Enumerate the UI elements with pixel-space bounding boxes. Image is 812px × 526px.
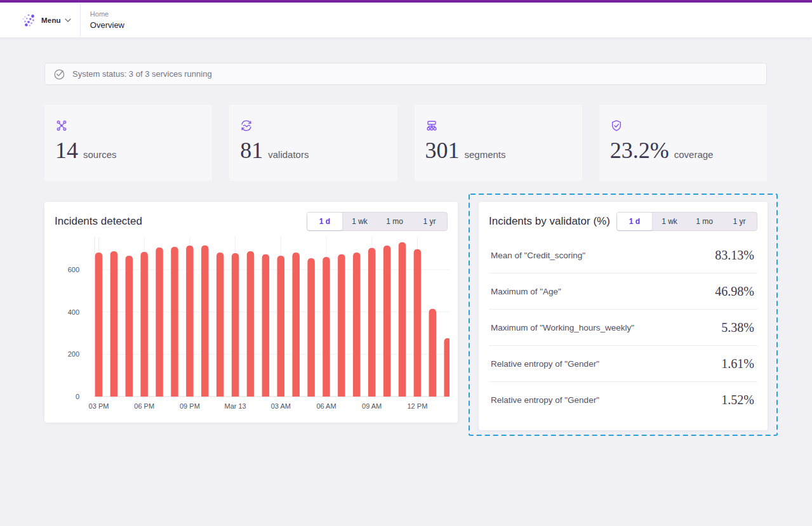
validator-row-label: Maximum of "Age" — [491, 287, 561, 296]
tab-1wk[interactable]: 1 wk — [652, 213, 687, 230]
tab-1d[interactable]: 1 d — [307, 213, 342, 230]
tab-1yr[interactable]: 1 yr — [412, 213, 447, 230]
validator-timerange-tabs: 1 d1 wk1 mo1 yr — [616, 212, 757, 231]
tab-1yr[interactable]: 1 yr — [722, 213, 757, 230]
menu-button[interactable]: Menu — [0, 3, 80, 37]
stat-card-sources: 14sources — [44, 105, 212, 181]
validator-row-label: Relative entropy of "Gender" — [491, 359, 599, 369]
svg-text:06 PM: 06 PM — [134, 402, 154, 410]
logo-icon — [22, 13, 36, 28]
stat-label: coverage — [674, 149, 714, 160]
breadcrumb: Home Overview — [81, 3, 124, 37]
validator-row: Relative entropy of "Gender"1.52% — [489, 382, 757, 418]
validator-row-value: 46.98% — [715, 284, 754, 299]
hub-icon — [55, 119, 68, 132]
panels-row: Incidents detected 1 d1 wk1 mo1 yr 02004… — [44, 202, 812, 436]
stat-card-coverage: 23.2%coverage — [599, 105, 767, 181]
stat-value: 23.2% — [610, 139, 669, 162]
stat-card-segments: 301segments — [415, 105, 582, 181]
app-header: Menu Home Overview — [0, 3, 812, 38]
system-status-text: System status: 3 of 3 services running — [72, 69, 212, 79]
tab-1mo[interactable]: 1 mo — [377, 213, 412, 230]
incidents-panel: Incidents detected 1 d1 wk1 mo1 yr 02004… — [44, 202, 458, 423]
validator-row: Relative entropy of "Gender"1.61% — [489, 346, 757, 382]
validator-row-value: 1.61% — [721, 357, 754, 371]
validator-row-value: 5.38% — [721, 320, 754, 335]
stat-label: sources — [83, 149, 117, 160]
breadcrumb-current: Overview — [90, 20, 124, 30]
menu-label: Menu — [41, 16, 61, 24]
svg-text:600: 600 — [68, 266, 79, 273]
tab-1d[interactable]: 1 d — [617, 213, 652, 230]
validator-panel-highlight: Incidents by validator (%) 1 d1 wk1 mo1 … — [469, 194, 778, 436]
stats-row: 14sources 81validators 301segments — [44, 105, 767, 181]
svg-text:200: 200 — [68, 350, 79, 358]
tab-1mo[interactable]: 1 mo — [687, 213, 722, 230]
validator-row-label: Relative entropy of "Gender" — [491, 395, 599, 405]
shield-check-icon — [610, 119, 623, 132]
tab-1wk[interactable]: 1 wk — [342, 213, 377, 230]
svg-text:06 AM: 06 AM — [316, 402, 336, 410]
validator-row-value: 1.52% — [721, 393, 754, 407]
system-status-banner: System status: 3 of 3 services running — [44, 63, 767, 85]
validator-row-value: 83.13% — [715, 248, 754, 263]
incidents-panel-title: Incidents detected — [55, 215, 142, 228]
chevron-down-icon — [65, 18, 71, 22]
svg-text:0: 0 — [76, 393, 79, 400]
validator-row: Mean of "Credit_scoring"83.13% — [489, 237, 757, 273]
validator-panel-title: Incidents by validator (%) — [489, 215, 610, 228]
stat-card-validators: 81validators — [229, 105, 397, 181]
stat-label: segments — [465, 149, 506, 160]
sync-pulse-icon — [240, 119, 253, 132]
check-circle-icon — [53, 68, 66, 81]
validator-rows: Mean of "Credit_scoring"83.13%Maximum of… — [489, 237, 757, 418]
incidents-chart: 020040060003 PM06 PM09 PMMar 1303 AM06 A… — [55, 235, 449, 418]
svg-text:09 AM: 09 AM — [362, 402, 382, 410]
validator-panel: Incidents by validator (%) 1 d1 wk1 mo1 … — [479, 202, 768, 430]
validator-row: Maximum of "Age"46.98% — [489, 273, 757, 310]
svg-text:09 PM: 09 PM — [180, 402, 200, 410]
stat-value: 81 — [240, 139, 263, 162]
main-content: System status: 3 of 3 services running 1… — [0, 38, 812, 436]
svg-text:12 PM: 12 PM — [408, 402, 428, 410]
svg-text:400: 400 — [68, 308, 79, 316]
svg-text:Mar 13: Mar 13 — [224, 402, 246, 410]
sitemap-icon — [425, 119, 438, 132]
svg-text:03 PM: 03 PM — [89, 402, 109, 410]
svg-text:03 AM: 03 AM — [271, 402, 291, 410]
stat-value: 301 — [425, 139, 460, 162]
stat-value: 14 — [55, 139, 78, 162]
validator-row-label: Maximum of "Working_hours_weekly" — [491, 323, 634, 332]
validator-row-label: Mean of "Credit_scoring" — [491, 251, 585, 260]
stat-label: validators — [268, 149, 309, 160]
validator-row: Maximum of "Working_hours_weekly"5.38% — [489, 310, 757, 346]
breadcrumb-home[interactable]: Home — [90, 10, 124, 18]
incidents-timerange-tabs: 1 d1 wk1 mo1 yr — [307, 212, 448, 231]
